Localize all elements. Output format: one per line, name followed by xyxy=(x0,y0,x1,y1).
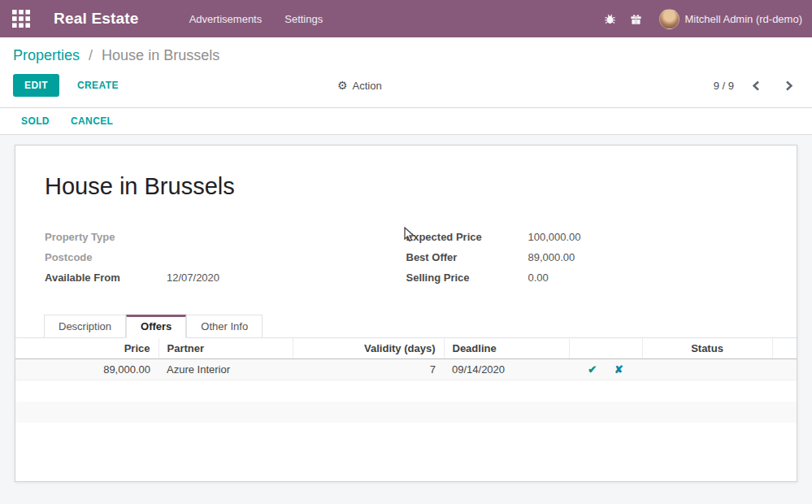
empty-row xyxy=(15,402,797,423)
selling-price-value[interactable]: 0.00 xyxy=(528,270,549,285)
gear-icon: ⚙ xyxy=(337,79,348,92)
menu-settings[interactable]: Settings xyxy=(276,8,331,30)
field-postcode: Postcode xyxy=(45,250,406,265)
navbar-right: Mitchell Admin (rd-demo) xyxy=(597,6,803,32)
field-group-right: Expected Price 100,000.00 Best Offer 89,… xyxy=(406,229,768,290)
tab-bar: Description Offers Other Info xyxy=(15,315,797,338)
action-menu-button[interactable]: ⚙ Action xyxy=(337,79,382,92)
offer-validity[interactable]: 7 xyxy=(293,359,444,380)
offers-header-row: Price Partner Validity (days) Deadline S… xyxy=(15,338,797,359)
bug-icon[interactable] xyxy=(597,6,623,32)
field-best-offer: Best Offer 89,000.00 xyxy=(406,250,768,265)
offer-status xyxy=(642,359,772,380)
offer-actions: ✔ ✘ xyxy=(569,359,642,380)
tab-other-info[interactable]: Other Info xyxy=(186,315,263,338)
gift-icon[interactable] xyxy=(623,6,649,32)
tab-description[interactable]: Description xyxy=(44,315,126,338)
offer-partner[interactable]: Azure Interior xyxy=(158,359,293,380)
field-group-left: Property Type Postcode Available From 12… xyxy=(45,229,406,290)
validity-column-header[interactable]: Validity (days) xyxy=(293,338,444,359)
form-sheet: House in Brussels Property Type Postcode… xyxy=(15,145,797,482)
empty-row xyxy=(15,380,797,402)
available-from-value[interactable]: 12/07/2020 xyxy=(167,270,219,285)
record-title: House in Brussels xyxy=(45,173,767,200)
actions-column-header xyxy=(569,338,642,359)
selling-price-label: Selling Price xyxy=(406,270,528,285)
field-property-type: Property Type xyxy=(45,229,406,245)
spare-column-header xyxy=(772,338,797,359)
pager-previous-icon[interactable] xyxy=(745,76,766,95)
offers-table: Price Partner Validity (days) Deadline S… xyxy=(15,338,797,423)
tab-offers[interactable]: Offers xyxy=(126,315,186,338)
breadcrumb-separator: / xyxy=(89,47,93,63)
app-title[interactable]: Real Estate xyxy=(54,10,139,28)
control-panel: Properties / House in Brussels EDIT CREA… xyxy=(0,37,812,108)
top-navbar: Real Estate Advertisements Settings xyxy=(0,0,812,37)
price-column-header[interactable]: Price xyxy=(15,338,158,359)
navbar-menus: Advertisements Settings xyxy=(181,8,332,30)
user-menu[interactable]: Mitchell Admin (rd-demo) xyxy=(685,13,803,25)
accept-offer-icon[interactable]: ✔ xyxy=(588,363,597,376)
form-statusbar: SOLD CANCEL xyxy=(0,108,812,135)
cancel-button[interactable]: CANCEL xyxy=(71,115,113,127)
apps-grid-glyph xyxy=(12,10,30,28)
refuse-offer-icon[interactable]: ✘ xyxy=(614,363,623,376)
best-offer-value[interactable]: 89,000.00 xyxy=(528,250,575,265)
pager-count: 9 / 9 xyxy=(714,80,734,92)
form-view: House in Brussels Property Type Postcode… xyxy=(0,135,812,504)
offer-deadline[interactable]: 09/14/2020 xyxy=(444,359,569,380)
menu-advertisements[interactable]: Advertisements xyxy=(181,8,271,30)
field-selling-price: Selling Price 0.00 xyxy=(406,270,768,285)
best-offer-label: Best Offer xyxy=(406,250,528,265)
field-available-from: Available From 12/07/2020 xyxy=(45,270,406,285)
offer-row[interactable]: 89,000.00 Azure Interior 7 09/14/2020 ✔ … xyxy=(15,359,797,380)
sold-button[interactable]: SOLD xyxy=(21,115,50,127)
offer-spare-cell xyxy=(772,359,797,380)
controls-row: EDIT CREATE ⚙ Action 9 / 9 xyxy=(13,73,799,98)
offer-price[interactable]: 89,000.00 xyxy=(15,359,158,380)
available-from-label: Available From xyxy=(45,270,167,285)
pager: 9 / 9 xyxy=(714,76,799,95)
expected-price-label: Expected Price xyxy=(406,229,528,245)
breadcrumb-properties[interactable]: Properties xyxy=(13,47,80,63)
action-menu-label: Action xyxy=(353,80,382,92)
user-avatar[interactable] xyxy=(659,9,680,29)
breadcrumb: Properties / House in Brussels xyxy=(13,47,799,64)
property-type-label: Property Type xyxy=(45,229,167,245)
pager-next-icon[interactable] xyxy=(778,76,799,95)
deadline-column-header[interactable]: Deadline xyxy=(444,338,569,359)
breadcrumb-current: House in Brussels xyxy=(102,47,219,63)
field-expected-price: Expected Price 100,000.00 xyxy=(406,229,768,245)
expected-price-value[interactable]: 100,000.00 xyxy=(528,229,581,245)
partner-column-header[interactable]: Partner xyxy=(158,338,293,359)
edit-button[interactable]: EDIT xyxy=(13,74,59,97)
notebook: Description Offers Other Info Price Part… xyxy=(15,315,797,423)
apps-grid-icon[interactable] xyxy=(11,9,31,28)
postcode-label: Postcode xyxy=(45,250,167,265)
status-column-header[interactable]: Status xyxy=(642,338,772,359)
field-groups: Property Type Postcode Available From 12… xyxy=(45,229,767,290)
create-button[interactable]: CREATE xyxy=(74,74,122,97)
